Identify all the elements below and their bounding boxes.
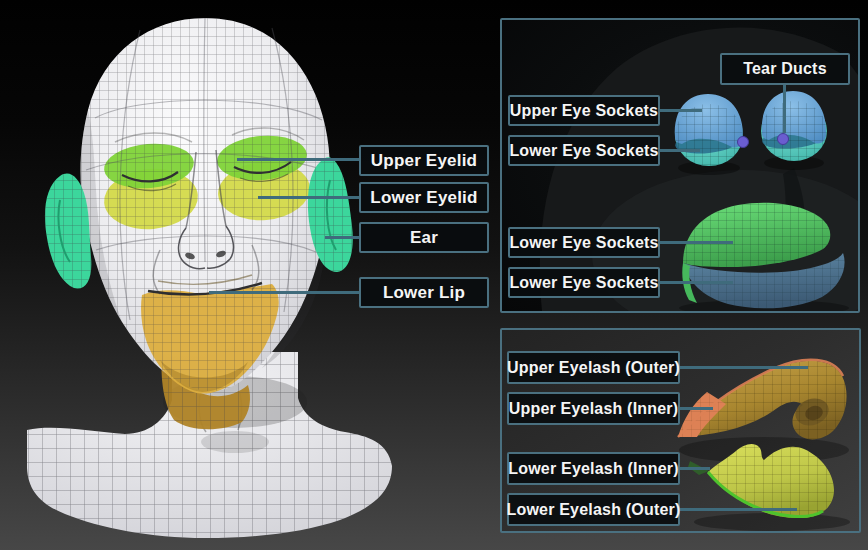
label-ear: Ear — [359, 222, 489, 253]
leader-lower-eyelash-inner — [678, 467, 710, 470]
head-model — [0, 0, 500, 550]
leader-lower-eyelid — [258, 196, 359, 199]
leader-lower-eye-sockets-b — [658, 241, 733, 244]
topology-reference-scene: Upper Eyelid Lower Eyelid Ear Lower Lip … — [0, 0, 868, 550]
label-lower-eye-sockets-b: Lower Eye Sockets — [508, 227, 660, 258]
label-lower-eyelash-inner: Lower Eyelash (Inner) — [507, 452, 680, 485]
label-lower-eye-sockets-a: Lower Eye Sockets — [508, 135, 660, 166]
leader-lower-eye-sockets-a — [658, 149, 700, 152]
leader-upper-eye-sockets — [658, 109, 702, 112]
label-lower-eyelash-outer: Lower Eyelash (Outer) — [507, 493, 680, 526]
leader-upper-eyelash-outer — [678, 366, 808, 369]
label-tear-ducts: Tear Ducts — [720, 53, 850, 85]
leader-lower-eye-sockets-c — [658, 281, 733, 284]
leader-lower-eyelash-outer — [678, 508, 797, 511]
label-upper-eye-sockets: Upper Eye Sockets — [508, 95, 660, 126]
label-upper-eyelid: Upper Eyelid — [359, 145, 489, 176]
leader-upper-eyelid — [237, 158, 359, 161]
label-lower-lip: Lower Lip — [359, 277, 489, 308]
label-lower-eyelid: Lower Eyelid — [359, 182, 489, 213]
label-upper-eyelash-outer: Upper Eyelash (Outer) — [507, 351, 680, 384]
head — [81, 18, 331, 394]
label-upper-eyelash-inner: Upper Eyelash (Inner) — [507, 392, 680, 425]
label-lower-eye-sockets-c: Lower Eye Sockets — [508, 267, 660, 298]
leader-upper-eyelash-inner — [678, 407, 713, 410]
leader-ear — [325, 236, 359, 239]
leader-tear-ducts — [783, 84, 786, 133]
upper-eyelash-mesh — [678, 360, 849, 463]
leader-lower-lip — [209, 291, 359, 294]
